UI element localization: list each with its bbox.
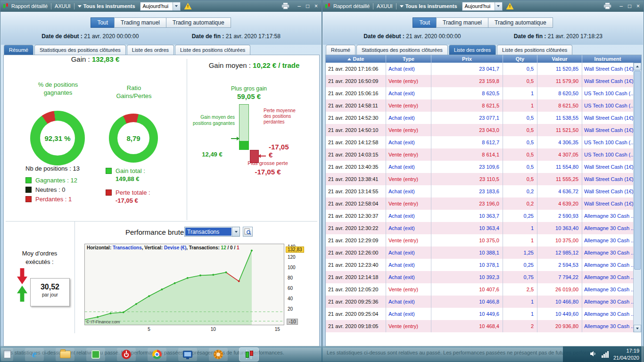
filter-trading-manuel-button[interactable]: Trading manuel [114,17,166,28]
show-desktop-button[interactable] [642,346,644,362]
taskbar-internet-explorer-icon[interactable]: e [25,348,44,361]
cell-type: Vente (entry) [386,283,431,296]
order-row[interactable]: 21 avr. 2020 12:14:18Achat (exit)10 392,… [326,271,641,283]
network-signal-icon[interactable] [602,351,609,358]
cell-date: 21 avr. 2020 14:52:30 [326,112,386,124]
dropdown-arrow-icon[interactable] [173,2,180,10]
performance-title: Performance brute [125,228,184,236]
column-header-valeur[interactable]: Valeur [537,55,582,63]
tab-resume[interactable]: Résumé [326,45,355,55]
scroll-up-button[interactable] [634,63,641,70]
order-row[interactable]: 21 avr. 2020 13:14:55Achat (exit)23 183,… [326,185,641,197]
cell-valeur: 10 375,00 [537,234,582,247]
column-header-instrument[interactable]: Instrument [582,55,633,63]
filter-trading-manuel-button[interactable]: Trading manuel [436,17,488,28]
order-row[interactable]: 21 avr. 2020 14:12:58Achat (exit)8 612,7… [326,136,641,148]
order-row[interactable]: 21 avr. 2020 12:30:22Achat (exit)10 363,… [326,222,641,234]
taskbar-app-window-icon[interactable] [1,348,13,361]
order-row[interactable]: 21 avr. 2020 14:03:15Vente (entry)8 614,… [326,148,641,161]
order-row[interactable]: 21 avr. 2020 15:06:16Achat (exit)8 620,5… [326,87,641,99]
tab-resume[interactable]: Résumé [4,45,33,55]
order-row[interactable]: 21 avr. 2020 16:50:09Vente (entry)23 159… [326,75,641,87]
order-row[interactable]: 21 avr. 2020 12:58:04Vente (entry)23 196… [326,197,641,210]
volume-icon[interactable] [590,350,597,359]
taskbar-settings-gear-icon[interactable] [209,348,228,361]
window-title: Rapport détaillé [11,3,48,9]
period-dropdown[interactable]: Aujourd'hui [140,2,181,11]
close-button[interactable]: × [635,3,642,9]
dropdown-arrow-icon[interactable] [232,227,239,236]
order-row[interactable]: 21 avr. 2020 09:18:05Vente (entry)10 468… [326,320,641,332]
order-row[interactable]: 21 avr. 2020 09:25:04Achat (exit)10 449,… [326,308,641,320]
order-row[interactable]: 21 avr. 2020 12:23:40Achat (exit)10 378,… [326,259,641,271]
column-header-type[interactable]: Type [386,55,431,63]
dropdown-arrow-icon[interactable] [495,2,502,10]
order-row[interactable]: 21 avr. 2020 12:30:37Achat (exit)10 363,… [326,210,641,222]
order-row[interactable]: 21 avr. 2020 12:26:00Achat (exit)10 388,… [326,247,641,259]
x-tick-label: 10 [211,327,216,332]
filter-trading-automatique-button[interactable]: Trading automatique [166,17,231,28]
filter-tout-button[interactable]: Tout [413,17,437,28]
taskbar-prorealtime-icon[interactable] [239,348,258,361]
taskbar-folder-icon[interactable] [56,348,74,361]
tab-liste-positions[interactable]: Liste des positions clôturées [497,45,572,55]
maximize-button[interactable]: □ [304,3,311,9]
warning-icon[interactable]: ! [506,3,514,9]
column-header-qty[interactable]: Qty [503,55,537,63]
minimize-button[interactable]: – [618,3,625,9]
titlebar[interactable]: Rapport détaillé AXUUI Tous les instrume… [322,0,644,12]
instruments-dropdown[interactable]: Tous les instruments [400,3,457,9]
order-row[interactable]: 21 avr. 2020 14:58:11Vente (entry)8 621,… [326,99,641,112]
scroll-thumb[interactable] [634,71,641,270]
avg-orders-box: 30,52 par jour [30,278,70,306]
maximize-button[interactable]: □ [626,3,633,9]
tab-liste-ordres[interactable]: Liste des ordres [449,45,496,55]
order-row[interactable]: 21 avr. 2020 14:52:30Achat (exit)23 077,… [326,112,641,124]
divider [373,3,373,9]
y-tick-label: 120 [288,255,296,260]
filter-trading-automatique-button[interactable]: Trading automatique [488,17,553,28]
performance-plot[interactable]: Horizontal: Transactions, Vertical: Devi… [84,244,284,325]
tab-liste-ordres[interactable]: Liste des ordres [127,45,174,55]
scroll-down-button[interactable] [634,325,641,332]
cell-qty: 0,5 [503,75,537,87]
clock-time: 17:19 [613,347,639,354]
filter-tout-button[interactable]: Tout [91,17,115,28]
tab-statistiques[interactable]: Statistiques des positions clôturées [34,45,126,55]
orders-scrollbar[interactable] [633,63,641,332]
order-row[interactable]: 21 avr. 2020 12:29:09Vente (entry)10 375… [326,234,641,247]
titlebar[interactable]: Rapport détaillé AXUUI Tous les instrume… [0,0,322,12]
column-header-date[interactable]: Date [326,55,386,63]
print-icon[interactable] [281,3,289,9]
order-row[interactable]: 21 avr. 2020 13:40:35Achat (exit)23 109,… [326,161,641,173]
minimize-button[interactable]: – [296,3,303,9]
tab-statistiques[interactable]: Statistiques des positions clôturées [356,45,448,55]
instruments-dropdown[interactable]: Tous les instruments [78,3,135,9]
order-row[interactable]: 21 avr. 2020 14:50:10Vente (entry)23 043… [326,124,641,136]
taskbar-power-icon[interactable] [117,348,136,361]
performance-dropdown[interactable]: Transactions [184,227,240,237]
taskbar-display-icon[interactable] [178,348,197,361]
period-dropdown[interactable]: Aujourd'hui [462,2,503,11]
taskbar-green-app-icon[interactable] [86,348,105,361]
print-icon[interactable] [603,3,611,9]
avg-win-label: Gain moyen des positions gagnantes [188,115,235,126]
cell-instrument: Allemagne 30 Cash ... [582,283,633,296]
warning-icon[interactable]: ! [184,3,192,9]
cell-instrument: Wall Street Cash (1€) [582,63,633,75]
positions-legend: Gagnantes : 12 Neutres : 0 Perdantes : 1 [25,175,77,204]
arrow-up-icon [17,286,27,302]
column-header-prix[interactable]: Prix [431,55,503,63]
cell-date: 21 avr. 2020 16:50:09 [326,75,386,87]
cell-type: Achat (exit) [386,296,431,308]
order-row[interactable]: 21 avr. 2020 09:25:36Achat (exit)10 466,… [326,296,641,308]
order-row[interactable]: 21 avr. 2020 12:05:20Vente (entry)10 407… [326,283,641,296]
close-button[interactable]: × [313,3,320,9]
clock[interactable]: 17:19 21/04/2020 [613,347,639,361]
cell-instrument: Wall Street Cash (1€) [582,197,633,210]
tab-liste-positions[interactable]: Liste des positions clôturées [175,45,250,55]
taskbar-chrome-icon[interactable] [148,348,166,361]
order-row[interactable]: 21 avr. 2020 13:38:41Vente (entry)23 110… [326,173,641,185]
order-row[interactable]: 21 avr. 2020 17:16:06Achat (exit)23 041,… [326,63,641,75]
chart-settings-button[interactable] [243,227,253,237]
